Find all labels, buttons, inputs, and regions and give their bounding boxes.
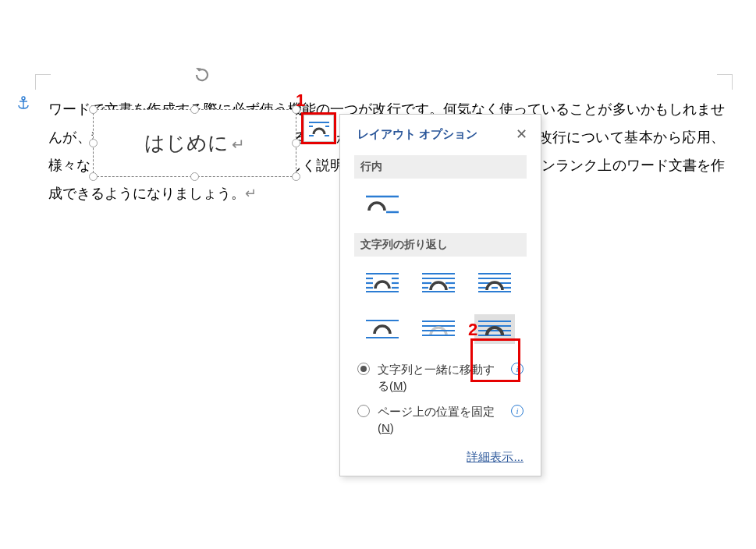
pilcrow-icon: ↵ — [232, 136, 245, 153]
wrap-option-tight[interactable] — [418, 267, 459, 297]
radio-fix-on-page[interactable]: ページ上の位置を固定(N) i — [357, 403, 524, 436]
wrap-option-in-front[interactable] — [474, 314, 515, 344]
resize-handle[interactable] — [89, 139, 98, 147]
section-inline-label: 行内 — [354, 155, 527, 179]
resize-handle[interactable] — [190, 172, 199, 181]
layout-options-trigger-button[interactable] — [303, 115, 334, 142]
resize-handle[interactable] — [89, 172, 98, 181]
layout-options-popup: レイアウト オプション ✕ 行内 文字列の折り返し — [339, 114, 541, 476]
rotate-handle[interactable] — [193, 66, 211, 84]
textbox-selected[interactable]: はじめに↵ — [93, 109, 296, 177]
wrap-option-top-bottom[interactable] — [362, 314, 403, 344]
radio-label: ページ上の位置を固定(N) — [378, 403, 503, 436]
annotation-1: 1 — [296, 90, 305, 111]
pilcrow-icon: ↵ — [245, 186, 257, 201]
info-icon[interactable]: i — [511, 363, 524, 375]
textbox-content: はじめに↵ — [144, 129, 245, 157]
radio-icon — [357, 405, 370, 417]
radio-move-with-text[interactable]: 文字列と一緒に移動する(M) i — [357, 361, 524, 394]
wrap-option-inline[interactable] — [362, 189, 403, 219]
popup-title: レイアウト オプション — [357, 127, 505, 142]
resize-handle[interactable] — [292, 139, 300, 147]
radio-label: 文字列と一緒に移動する(M) — [378, 361, 503, 394]
close-icon[interactable]: ✕ — [513, 126, 530, 143]
wrap-option-square[interactable] — [362, 267, 403, 297]
resize-handle[interactable] — [89, 105, 98, 114]
resize-handle[interactable] — [292, 172, 300, 181]
page-margin-corner — [35, 74, 51, 90]
wrap-option-through[interactable] — [474, 267, 515, 297]
page-margin-corner — [717, 74, 733, 90]
anchor-icon — [17, 96, 30, 113]
radio-icon — [357, 363, 370, 375]
info-icon[interactable]: i — [511, 405, 524, 417]
resize-handle[interactable] — [190, 105, 199, 114]
details-link[interactable]: 詳細表示... — [467, 450, 524, 463]
svg-point-0 — [22, 97, 25, 100]
wrap-option-behind[interactable] — [418, 314, 459, 344]
annotation-2: 2 — [468, 320, 477, 340]
section-wrap-label: 文字列の折り返し — [354, 233, 527, 257]
